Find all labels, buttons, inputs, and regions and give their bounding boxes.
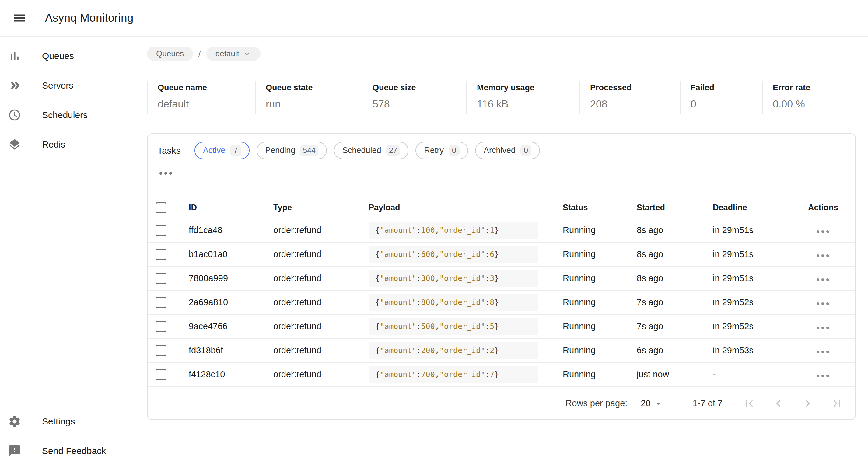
task-payload: {"amount":700,"order_id":7} [369, 366, 563, 383]
breadcrumb-separator: / [198, 49, 201, 59]
row-checkbox[interactable] [156, 249, 166, 260]
bar-chart-icon [8, 49, 21, 63]
task-payload: {"amount":600,"order_id":6} [369, 246, 563, 262]
sidebar-item-label: Send Feedback [42, 446, 106, 456]
stat-label: Processed [590, 83, 680, 93]
task-status: Running [563, 273, 637, 283]
task-payload: {"amount":500,"order_id":5} [369, 318, 563, 335]
sidebar-item-redis[interactable]: Redis [0, 130, 146, 159]
last-page-button[interactable] [830, 397, 844, 410]
row-checkbox[interactable] [156, 297, 166, 308]
table-row: fd318b6f order:refund {"amount":200,"ord… [148, 339, 855, 363]
stat-label: Memory usage [477, 83, 580, 93]
stat-value: 0.00 % [773, 98, 858, 110]
task-payload: {"amount":200,"order_id":2} [369, 342, 563, 359]
col-header-actions: Actions [808, 203, 855, 212]
task-started: 8s ago [637, 249, 713, 259]
task-payload: {"amount":800,"order_id":8} [369, 294, 563, 311]
breadcrumb-current-label: default [215, 49, 239, 58]
sidebar-item-servers[interactable]: Servers [0, 71, 146, 100]
task-id: ffd1ca48 [189, 225, 273, 235]
sidebar-item-schedulers[interactable]: Schedulers [0, 100, 146, 130]
select-all-checkbox[interactable] [156, 202, 166, 213]
tab-pending[interactable]: Pending 544 [256, 142, 327, 159]
layers-icon [8, 138, 21, 151]
task-deadline: in 29m52s [713, 321, 808, 331]
col-header-deadline: Deadline [713, 203, 808, 212]
task-id: 2a69a810 [189, 297, 273, 307]
table-pagination: Rows per page: 20 1-7 of 7 [148, 387, 855, 420]
tab-label: Archived [484, 146, 516, 155]
tab-retry[interactable]: Retry 0 [415, 142, 468, 159]
table-row: 2a69a810 order:refund {"amount":800,"ord… [148, 290, 855, 315]
tab-count-badge: 7 [230, 145, 241, 156]
breadcrumb-queues-chip[interactable]: Queues [147, 46, 193, 61]
app-bar: Asynq Monitoring [0, 0, 868, 36]
stat-label: Failed [690, 83, 762, 93]
row-checkbox[interactable] [156, 345, 166, 356]
row-actions-menu[interactable] [816, 278, 829, 281]
rows-per-page-select[interactable]: 20 [641, 398, 663, 409]
stat-value: run [266, 98, 362, 110]
tab-archived[interactable]: Archived 0 [475, 142, 540, 159]
tab-label: Pending [265, 146, 295, 155]
gear-icon [8, 415, 21, 428]
sidebar: Queues Servers Schedulers Redis Settings… [0, 36, 146, 467]
row-actions-menu[interactable] [816, 350, 829, 353]
table-row: b1ac01a0 order:refund {"amount":600,"ord… [148, 243, 855, 267]
task-payload: {"amount":100,"order_id":1} [369, 222, 563, 239]
row-checkbox[interactable] [156, 321, 166, 332]
task-started: 7s ago [637, 297, 713, 307]
more-horiz-icon[interactable] [159, 172, 172, 175]
task-status: Running [563, 345, 637, 355]
sidebar-item-settings[interactable]: Settings [0, 407, 146, 436]
menu-button[interactable] [8, 7, 30, 29]
col-header-payload: Payload [369, 203, 563, 212]
task-id: fd318b6f [189, 345, 273, 355]
task-type: order:refund [273, 225, 369, 235]
stat-label: Queue size [373, 83, 466, 93]
task-type: order:refund [273, 249, 369, 259]
sidebar-item-label: Servers [42, 80, 73, 91]
hamburger-icon [12, 11, 27, 25]
row-checkbox[interactable] [156, 225, 166, 236]
task-payload: {"amount":300,"order_id":3} [369, 270, 563, 287]
tab-scheduled[interactable]: Scheduled 27 [334, 142, 408, 159]
sidebar-bottom: Settings Send Feedback [0, 407, 146, 466]
task-type: order:refund [273, 345, 369, 355]
task-deadline: in 29m51s [713, 273, 808, 283]
row-actions-menu[interactable] [816, 230, 829, 233]
task-type: order:refund [273, 321, 369, 331]
row-actions-menu[interactable] [816, 303, 829, 305]
next-page-button[interactable] [801, 397, 814, 410]
row-actions-menu[interactable] [816, 254, 829, 257]
tab-count-badge: 0 [448, 145, 460, 156]
double-arrow-icon [8, 79, 21, 92]
stat-value: 116 kB [477, 98, 580, 110]
first-page-icon [743, 397, 756, 410]
tab-active[interactable]: Active 7 [194, 142, 250, 159]
col-header-type: Type [273, 203, 369, 212]
sidebar-item-send-feedback[interactable]: Send Feedback [0, 436, 146, 466]
previous-page-button[interactable] [772, 397, 785, 410]
row-actions-menu[interactable] [816, 326, 829, 329]
stat-value: 578 [373, 98, 466, 110]
row-checkbox[interactable] [156, 369, 166, 380]
row-checkbox[interactable] [156, 273, 166, 284]
sidebar-item-queues[interactable]: Queues [0, 41, 146, 71]
first-page-button[interactable] [743, 397, 756, 410]
arrow-dropdown-icon [653, 398, 663, 409]
row-actions-menu[interactable] [816, 375, 829, 377]
task-deadline: - [713, 369, 808, 379]
queue-select-chip[interactable]: default [206, 46, 260, 61]
app-title: Asynq Monitoring [45, 11, 134, 24]
stat-value: default [158, 98, 255, 110]
task-id: 9ace4766 [189, 321, 273, 331]
stat-memory-usage: Memory usage 116 kB [466, 81, 580, 114]
task-id: f4128c10 [189, 369, 273, 379]
task-type: order:refund [273, 297, 369, 307]
col-header-status: Status [563, 203, 637, 212]
task-status: Running [563, 321, 637, 331]
table-row: 7800a999 order:refund {"amount":300,"ord… [148, 267, 855, 290]
pagination-range: 1-7 of 7 [693, 398, 722, 408]
